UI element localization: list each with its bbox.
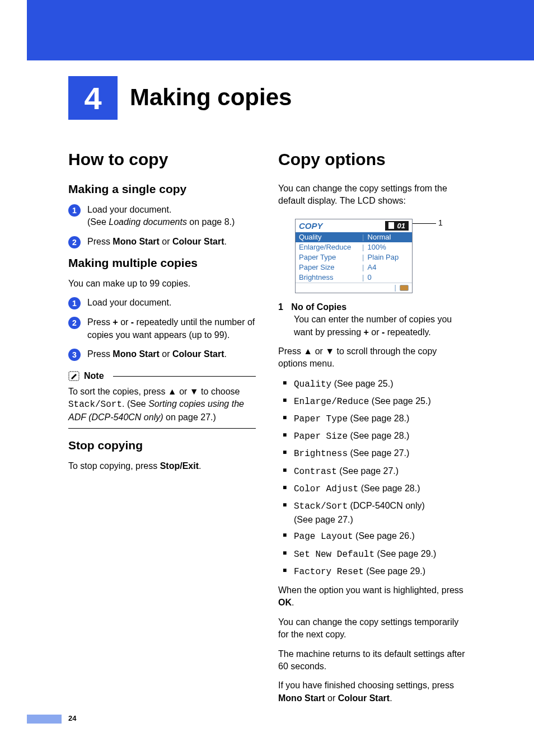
s1s2-b1: Mono Start: [113, 237, 160, 246]
memory-card-icon: [400, 285, 409, 291]
step-2-single: 2 Press Mono Start or Colour Start.: [68, 236, 256, 248]
note-title: Note: [84, 371, 104, 381]
opt5p: (See page 27.): [337, 466, 399, 476]
s2s2-b1: +: [113, 317, 118, 327]
opt0m: Quality: [294, 379, 331, 389]
lcd-title-text: COPY: [299, 221, 323, 231]
lcd-label-4: Brightness: [299, 273, 361, 282]
stop-pre: To stop copying, press: [68, 461, 160, 471]
opt9m: Set New Default: [294, 550, 374, 560]
opt2m: Paper Type: [294, 414, 348, 424]
step-1b-text: Load your document.: [87, 297, 171, 309]
s2s3-mid: or: [160, 349, 172, 359]
step-1-line2-post: on page 8.): [187, 217, 235, 227]
opt6p: (See page 28.): [358, 483, 420, 493]
def-body-b1: +: [364, 327, 369, 337]
lcd-label-0: Quality: [299, 233, 361, 242]
content-columns: How to copy Making a single copy 1 Load …: [68, 140, 466, 700]
opt10p: (See page 29.): [364, 566, 425, 576]
a1-bold: OK: [278, 598, 292, 607]
s2s3-pre: Press: [87, 349, 113, 359]
after-para-2: You can change the copy settings tempora…: [278, 616, 466, 641]
opt6m: Color Adjust: [294, 484, 358, 494]
lcd-row-papersize: Paper Size |A4: [296, 262, 412, 273]
note-rule-top: [113, 376, 256, 377]
lcd-row-enlarge: Enlarge/Reduce |100%: [296, 242, 412, 252]
opt4p: (See page 27.): [348, 448, 409, 458]
opt-papertype: Paper Type (See page 28.): [283, 412, 466, 426]
lcd-copies-badge: 01: [385, 221, 409, 231]
options-list: Quality (See page 25.) Enlarge/Reduce (S…: [278, 377, 466, 579]
note-post: on page 27.): [163, 412, 216, 422]
after-para-1: When the option you want is highlighted,…: [278, 584, 466, 609]
lcd-value-2: |Plain Pap: [361, 253, 409, 262]
opt4m: Brightness: [294, 449, 348, 459]
stop-copying-text: To stop copying, press Stop/Exit.: [68, 460, 256, 472]
opt7m: Stack/Sort: [294, 501, 348, 511]
lcd-value-0: |Normal: [361, 233, 409, 242]
opt-coloradjust: Color Adjust (See page 28.): [283, 482, 466, 496]
step-number-1-icon-b: 1: [68, 297, 81, 309]
a4-pre: If you have finished choosing settings, …: [278, 680, 454, 690]
opt3p: (See page 28.): [348, 431, 409, 440]
a4-b2: Colour Start: [338, 693, 390, 703]
def-body-mid: or: [369, 327, 382, 337]
a4-post: .: [390, 693, 392, 703]
s1s2-mid: or: [160, 237, 172, 246]
lcd-with-callout: COPY 01 Quality |Normal Enlarge/Reduce |…: [278, 214, 466, 301]
opt-setdefault: Set New Default (See page 29.): [283, 547, 466, 561]
opt10m: Factory Reset: [294, 567, 364, 577]
opt8m: Page Layout: [294, 532, 353, 542]
step-1-line2-pre: (See: [87, 217, 109, 227]
opt3m: Paper Size: [294, 431, 348, 442]
lcd-value-4: |0: [361, 273, 409, 282]
callout-number: 1: [438, 218, 443, 227]
lcd-row-quality: Quality |Normal: [296, 232, 412, 242]
step-3-text: Press Mono Start or Colour Start.: [87, 348, 227, 360]
document-icon: [388, 222, 394, 229]
s2s2-pre: Press: [87, 317, 113, 327]
def-num: 1: [278, 302, 283, 312]
lcd-v3: A4: [368, 263, 377, 271]
lcd-row-brightness: Brightness |0: [296, 273, 412, 283]
a4-mid: or: [325, 693, 338, 703]
opt-enlarge: Enlarge/Reduce (See page 25.): [283, 395, 466, 408]
note-header: Note: [68, 371, 256, 381]
note-mono: Stack/Sort: [68, 400, 122, 410]
step-2-text: Press Mono Start or Colour Start.: [87, 236, 227, 248]
page-number-bar: [27, 715, 62, 724]
definition-no-of-copies: 1 No of Copies You can enter the number …: [278, 301, 466, 339]
a4-b1: Mono Start: [278, 693, 325, 703]
step-3-multi: 3 Press Mono Start or Colour Start.: [68, 348, 256, 361]
step-number-2-icon: 2: [68, 236, 81, 248]
note-body: To sort the copies, press ▲ or ▼ to choo…: [68, 384, 256, 429]
note-box: Note To sort the copies, press ▲ or ▼ to…: [68, 371, 256, 429]
lcd-label-1: Enlarge/Reduce: [299, 243, 361, 252]
step-1-text: Load your document. (See Loading documen…: [87, 204, 235, 229]
lcd-v0: Normal: [368, 233, 391, 241]
left-column: How to copy Making a single copy 1 Load …: [68, 140, 256, 700]
a1-pre: When the option you want is highlighted,…: [278, 585, 463, 595]
note-pre: To sort the copies, press ▲ or ▼ to choo…: [68, 387, 240, 396]
lcd-v1: 100%: [368, 243, 386, 251]
step-1-multi: 1 Load your document.: [68, 297, 256, 309]
opt-stacksort: Stack/Sort (DCP-540CN only)(See page 27.…: [283, 499, 466, 526]
def-title: No of Copies: [291, 302, 346, 312]
lcd-v2: Plain Pap: [368, 253, 399, 261]
lcd-value-3: |A4: [361, 263, 409, 272]
step-1-single: 1 Load your document. (See Loading docum…: [68, 204, 256, 229]
step-2-multi: 2 Press + or - repeatedly until the numb…: [68, 316, 256, 341]
lcd-title-row: COPY 01: [296, 219, 412, 232]
opt9p: (See page 29.): [374, 549, 436, 558]
subsection-stop-copying: Stop copying: [68, 439, 256, 452]
right-column: Copy options You can change the copy set…: [278, 140, 466, 700]
opt1p: (See page 25.): [369, 396, 430, 406]
opt-contrast: Contrast (See page 27.): [283, 464, 466, 478]
lcd-label-3: Paper Size: [299, 263, 361, 272]
opt7p: (DCP-540CN only): [348, 501, 425, 510]
stop-bold: Stop/Exit: [160, 461, 199, 471]
opt-factoryreset: Factory Reset (See page 29.): [283, 565, 466, 579]
stop-post: .: [199, 461, 201, 471]
opt0p: (See page 25.): [331, 379, 393, 388]
step-number-3-icon: 3: [68, 349, 81, 361]
